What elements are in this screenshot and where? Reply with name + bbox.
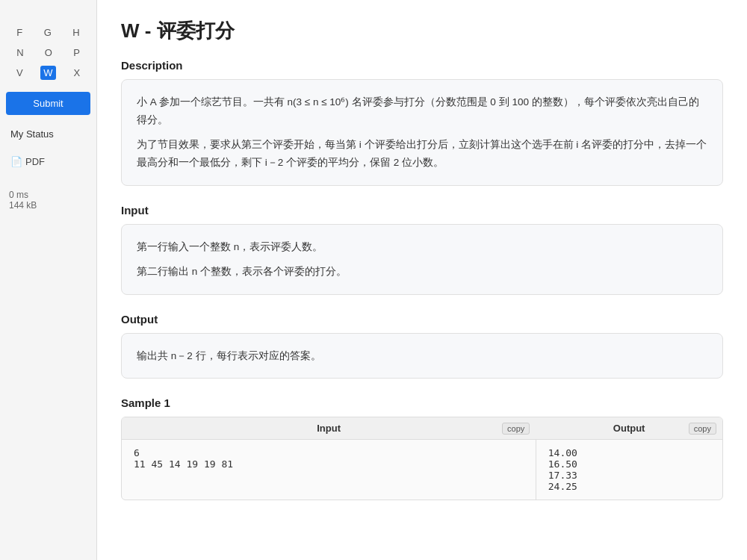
sidebar: F G H N O P V W X Submit My Status 📄 PDF… — [0, 0, 97, 560]
nav-letter-O[interactable]: O — [42, 46, 55, 60]
sample-output-header: Output copy — [536, 417, 722, 440]
sample-table-wrapper: Input copy Output copy 6 11 45 14 19 19 … — [121, 417, 723, 500]
sample-input-header: Input copy — [122, 417, 536, 440]
description-para1: 小 A 参加一个综艺节目。一共有 n(3 ≤ n ≤ 10⁶) 名评委参与打分（… — [137, 93, 707, 128]
pdf-link[interactable]: 📄 PDF — [6, 152, 90, 172]
nav-letter-F[interactable]: F — [13, 25, 25, 40]
main-content: W - 评委打分 Description 小 A 参加一个综艺节目。一共有 n(… — [97, 0, 747, 560]
time-stat: 0 ms — [9, 190, 87, 200]
mystatus-button[interactable]: My Status — [6, 122, 90, 146]
sample-output-data: 14.00 16.50 17.33 24.25 — [536, 440, 722, 500]
output-box: 输出共 n－2 行，每行表示对应的答案。 — [121, 333, 723, 379]
nav-letter-W[interactable]: W — [40, 66, 55, 80]
nav-row-3: V W X — [0, 63, 96, 83]
nav-letter-P[interactable]: P — [70, 46, 83, 60]
page-title: W - 评委打分 — [121, 18, 723, 44]
copy-output-button[interactable]: copy — [689, 423, 716, 435]
output-heading: Output — [121, 313, 723, 326]
sample-section: Sample 1 Input copy Output copy — [121, 396, 723, 500]
description-heading: Description — [121, 59, 723, 72]
sample-heading: Sample 1 — [121, 396, 723, 409]
size-stat: 144 kB — [9, 200, 87, 211]
nav-row-2: N O P — [0, 43, 96, 63]
input-para2: 第二行输出 n 个整数，表示各个评委的打分。 — [137, 263, 707, 281]
nav-letter-V[interactable]: V — [13, 66, 26, 80]
nav-row-1: F G H — [0, 22, 96, 43]
copy-input-button[interactable]: copy — [502, 423, 530, 435]
sidebar-stats: 0 ms 144 kB — [0, 187, 96, 214]
sample-input-data: 6 11 45 14 19 19 81 — [122, 440, 536, 500]
nav-letter-H[interactable]: H — [69, 25, 82, 40]
input-box: 第一行输入一个整数 n，表示评委人数。 第二行输出 n 个整数，表示各个评委的打… — [121, 224, 723, 295]
nav-letter-N[interactable]: N — [13, 46, 26, 60]
sample-table: Input copy Output copy 6 11 45 14 19 19 … — [122, 417, 722, 500]
output-para1: 输出共 n－2 行，每行表示对应的答案。 — [137, 347, 707, 365]
pdf-icon: 📄 — [10, 156, 22, 167]
input-heading: Input — [121, 204, 723, 217]
nav-letter-G[interactable]: G — [41, 25, 55, 40]
description-box: 小 A 参加一个综艺节目。一共有 n(3 ≤ n ≤ 10⁶) 名评委参与打分（… — [121, 79, 723, 186]
input-para1: 第一行输入一个整数 n，表示评委人数。 — [137, 238, 707, 256]
description-para2: 为了节目效果，要求从第三个评委开始，每当第 i 个评委给出打分后，立刻计算出这个… — [137, 136, 707, 171]
submit-button[interactable]: Submit — [6, 92, 90, 115]
nav-letter-X[interactable]: X — [70, 66, 83, 80]
